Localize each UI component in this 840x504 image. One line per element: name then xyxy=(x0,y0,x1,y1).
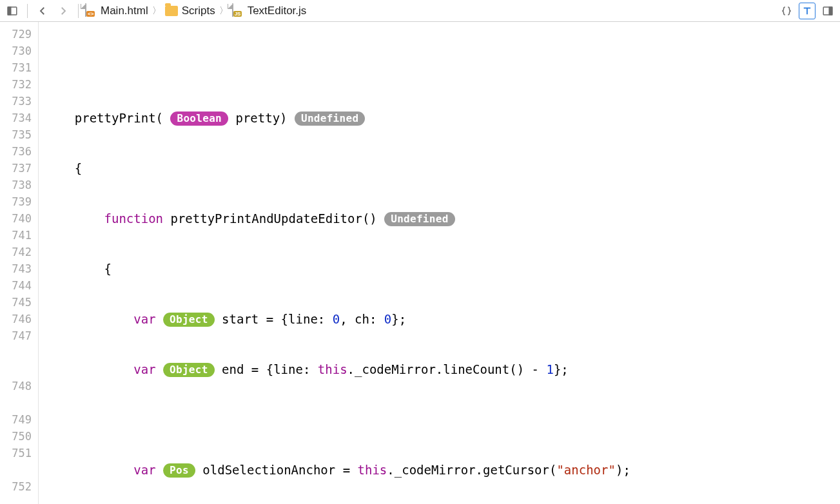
breadcrumb-item-file[interactable]: JS TextEditor.js xyxy=(232,4,307,18)
right-panel-toggle-icon[interactable] xyxy=(819,3,836,19)
type-pill-undefined[interactable]: Undefined xyxy=(384,212,454,226)
type-profiler-toggle[interactable] xyxy=(799,3,816,19)
type-pill-object[interactable]: Object xyxy=(163,363,215,377)
code-editor[interactable]: 729730731 732733734 735736737 738739740 … xyxy=(0,22,840,504)
svg-rect-5 xyxy=(829,7,832,15)
breadcrumb-item-main[interactable]: <> Main.html xyxy=(85,4,148,18)
chevron-right-icon: 〉 xyxy=(152,5,161,17)
type-pill-object[interactable]: Object xyxy=(163,313,215,327)
forward-button[interactable] xyxy=(55,3,72,19)
js-file-icon: JS xyxy=(232,4,244,18)
chevron-right-icon: 〉 xyxy=(219,5,228,17)
type-pill-pos[interactable]: Pos xyxy=(163,463,195,478)
type-pill-undefined[interactable]: Undefined xyxy=(295,111,365,126)
folder-icon xyxy=(165,6,178,16)
breadcrumb-label: Scripts xyxy=(182,5,215,17)
breadcrumb-label: Main.html xyxy=(101,5,148,17)
toolbar: <> Main.html 〉 Scripts 〉 JS TextEditor.j… xyxy=(0,0,840,22)
breadcrumb: <> Main.html 〉 Scripts 〉 JS TextEditor.j… xyxy=(85,4,306,18)
back-button[interactable] xyxy=(34,3,51,19)
line-gutter: 729730731 732733734 735736737 738739740 … xyxy=(0,22,39,504)
separator xyxy=(78,4,79,18)
pretty-print-toggle[interactable] xyxy=(778,3,795,19)
code-area[interactable]: prettyPrint( Boolean pretty) Undefined {… xyxy=(39,22,840,504)
svg-rect-1 xyxy=(8,7,11,15)
html-file-icon: <> xyxy=(85,4,97,18)
breadcrumb-label: TextEditor.js xyxy=(248,5,307,17)
separator xyxy=(27,4,28,18)
type-pill-boolean[interactable]: Boolean xyxy=(170,111,228,126)
left-panel-toggle-icon[interactable] xyxy=(4,3,21,19)
breadcrumb-item-scripts[interactable]: Scripts xyxy=(165,5,215,17)
